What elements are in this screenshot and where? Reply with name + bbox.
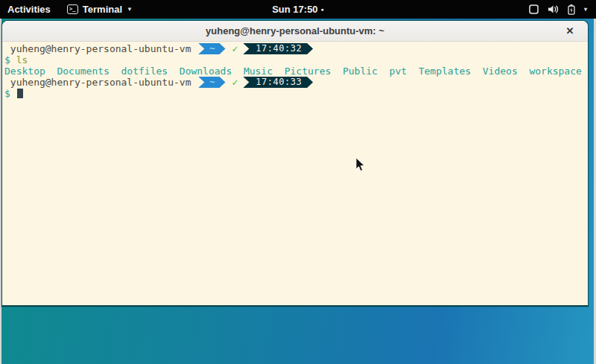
input-line: $ bbox=[4, 88, 588, 99]
status-check-icon-2: ✓ bbox=[232, 77, 238, 88]
prompt-symbol: $ bbox=[4, 54, 16, 66]
status-check-icon: ✓ bbox=[232, 43, 238, 54]
display-icon bbox=[529, 4, 539, 14]
clock-button[interactable]: Sun 17:50● bbox=[272, 4, 324, 15]
ls-output: Desktop Documents dotfiles Downloads Mus… bbox=[4, 66, 588, 77]
prompt-line-2: yuheng@henry-personal-ubuntu-vm ~✓17:40:… bbox=[4, 77, 588, 88]
terminal-icon: >_ bbox=[67, 4, 78, 14]
desktop: Activities >_ Terminal ▼ Sun 17:50● ▾ bbox=[0, 0, 596, 364]
gnome-top-bar: Activities >_ Terminal ▼ Sun 17:50● ▾ bbox=[0, 0, 596, 19]
command-line: $ ls bbox=[4, 54, 588, 66]
app-menu-terminal[interactable]: >_ Terminal ▼ bbox=[61, 0, 139, 19]
spacer bbox=[191, 43, 197, 54]
command-text: ls bbox=[16, 54, 28, 66]
spacer bbox=[191, 77, 197, 88]
clock-label: Sun 17:50 bbox=[272, 4, 317, 15]
prompt-line-1: yuheng@henry-personal-ubuntu-vm ~✓17:40:… bbox=[4, 43, 588, 54]
prompt-time-segment: 17:40:32 bbox=[243, 43, 313, 54]
battery-charging-icon bbox=[568, 4, 575, 15]
window-titlebar[interactable]: yuheng@henry-personal-ubuntu-vm: ~ ✕ bbox=[2, 21, 588, 42]
terminal-window: yuheng@henry-personal-ubuntu-vm: ~ ✕ yuh… bbox=[1, 20, 589, 307]
prompt-user-host-text: yuheng@henry-personal-ubuntu-vm bbox=[10, 43, 191, 54]
close-button[interactable]: ✕ bbox=[562, 24, 577, 39]
prompt-user-host-text-2: yuheng@henry-personal-ubuntu-vm bbox=[10, 77, 191, 88]
prompt-path-segment: ~ bbox=[198, 43, 225, 54]
dropdown-arrow-icon: ▼ bbox=[127, 6, 133, 13]
terminal-body[interactable]: yuheng@henry-personal-ubuntu-vm ~✓17:40:… bbox=[2, 42, 588, 305]
system-status-menu[interactable]: ▾ bbox=[529, 0, 596, 19]
app-menu-label: Terminal bbox=[83, 4, 122, 15]
prompt-time-segment-2: 17:40:33 bbox=[243, 77, 313, 88]
window-title: yuheng@henry-personal-ubuntu-vm: ~ bbox=[206, 25, 384, 36]
notification-dot-icon: ● bbox=[321, 7, 324, 12]
prompt-symbol-2: $ bbox=[4, 88, 16, 99]
prompt-user-host-2 bbox=[4, 77, 10, 88]
prompt-path-segment-2: ~ bbox=[198, 77, 225, 88]
chevron-down-icon: ▾ bbox=[584, 6, 587, 13]
terminal-cursor bbox=[17, 89, 23, 98]
volume-icon bbox=[548, 4, 559, 14]
activities-button[interactable]: Activities bbox=[0, 0, 61, 19]
prompt-user-host bbox=[4, 43, 10, 54]
